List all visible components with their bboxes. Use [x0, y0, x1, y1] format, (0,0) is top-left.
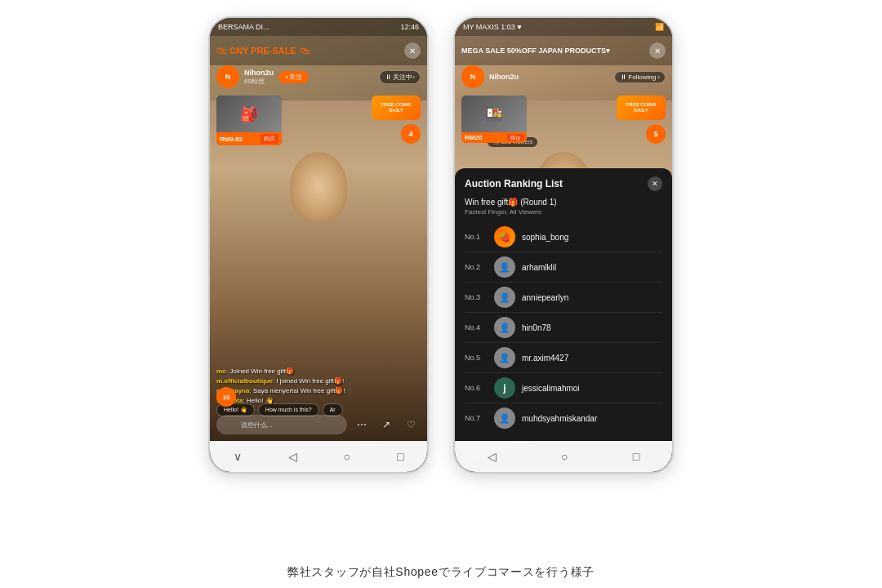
avatar-1: N — [216, 65, 239, 88]
collect-badge-2[interactable]: 5 — [646, 124, 666, 144]
free-coins-text-1: FREE COINSDAILY — [381, 102, 412, 114]
follow-button-1[interactable]: +关注 — [278, 71, 309, 83]
status-right-1: 12:46 — [400, 23, 419, 31]
top-bar-2: MEGA SALE 50%OFF JAPAN PRODUCTS▾ ✕ — [455, 36, 672, 65]
chat-input-1[interactable]: 说些什么... — [216, 415, 347, 434]
username-2: Nihon2u — [489, 73, 519, 81]
close-button-1[interactable]: ✕ — [404, 42, 421, 59]
user-info-1: Nihon2u 69粉丝 — [244, 69, 274, 86]
rank-avatar-6: j — [494, 377, 515, 399]
product-image-1: 🎒 — [216, 96, 282, 132]
panel-description: Fastest Finger, All Viewers — [465, 208, 662, 216]
rank-avatar-3: 👤 — [494, 287, 515, 308]
status-bar-2: MY MAXIS 1:03 ♥ 📶 — [455, 18, 672, 36]
user-info-2: Nihon2u — [489, 73, 519, 81]
product-price-2: RM20 Buy — [461, 132, 527, 143]
nav-home-2[interactable]: ○ — [561, 450, 568, 463]
phone1-overlay: 🛍 CNY PRE-SALE 🛍 ✕ N Nihon2u 69粉丝 +关注 — [210, 18, 427, 472]
chat-area-1: mo: Joined Win free gift🎁 m.officialbout… — [216, 368, 421, 407]
coin-count-1: 10 — [216, 387, 236, 407]
panel-close-button[interactable]: ✕ — [648, 176, 662, 191]
shopee-icon-right-1: 🛍 — [300, 45, 310, 56]
rank-label-3: No.3 — [465, 293, 488, 301]
phones-row: BERSAMA DI... 12:46 🛍 CNY PRE-S — [208, 16, 674, 555]
product-image-2: 🍱 — [461, 96, 527, 132]
rank-label-6: No.6 — [465, 384, 488, 392]
store-name-1: CNY PRE-SALE — [229, 46, 296, 56]
rank-label-5: No.5 — [465, 354, 488, 362]
panel-header: Auction Ranking List ✕ — [465, 176, 662, 191]
rank-label-1: No.1 — [465, 233, 488, 241]
store-name-2: MEGA SALE 50%OFF JAPAN PRODUCTS▾ — [461, 47, 610, 56]
ranking-item-5: No.5 👤 mr.axim4427 — [465, 343, 662, 373]
rank-label-7: No.7 — [465, 414, 488, 422]
nav-back-1[interactable]: ◁ — [288, 450, 297, 463]
rank-name-6: jessicalimahmoi — [522, 384, 580, 393]
rank-label-2: No.2 — [465, 263, 488, 271]
rank-avatar-4: 👤 — [494, 317, 515, 338]
rank-name-7: muhdsyahmiskandar — [522, 414, 597, 423]
ranking-item-4: No.4 👤 hin0n78 — [465, 313, 662, 343]
status-bar-1: BERSAMA DI... 12:46 — [210, 18, 427, 36]
free-coins-banner-2[interactable]: FREE COINSDAILY — [617, 96, 666, 120]
ranking-item-2: No.2 👤 arhamlklil — [465, 252, 662, 283]
avatar-2: N — [461, 65, 484, 88]
product-card-1: 🎒 RM9.82 购买 — [216, 96, 282, 145]
rank-name-1: sophia_bong — [522, 233, 568, 242]
nav-recent-1[interactable]: □ — [397, 450, 403, 463]
rank-avatar-7: 👤 — [494, 408, 515, 429]
nav-back-2[interactable]: ◁ — [488, 450, 497, 463]
phone2-overlay: MEGA SALE 50%OFF JAPAN PRODUCTS▾ ✕ N Nih… — [455, 18, 672, 472]
status-right-2: 📶 — [655, 23, 664, 31]
chat-msg-1: m.officialboutique: I joined Win free gi… — [216, 377, 421, 385]
product-price-1: RM9.82 购买 — [216, 132, 282, 145]
page-caption: 弊社スタッフが自社Shopeeでライブコマースを行う様子 — [287, 565, 595, 580]
rank-avatar-5: 👤 — [494, 347, 515, 368]
buy-button-2[interactable]: Buy — [507, 134, 523, 141]
rank-name-3: anniepearlyn — [522, 293, 568, 302]
user-bar-1: N Nihon2u 69粉丝 +关注 ⏸ 关注中› — [210, 65, 427, 88]
auction-ranking-panel: Auction Ranking List ✕ Win free gift🎁 (R… — [455, 168, 672, 441]
phone-2: MY MAXIS 1:03 ♥ 📶 MEGA SALE 50%OFF JAPAN… — [453, 16, 674, 474]
share-icon-1[interactable]: ↗ — [376, 415, 396, 434]
chat-msg-2: puteriayna: Saya menyertai Win free gift… — [216, 387, 421, 394]
ranking-item-7: No.7 👤 muhdsyahmiskandar — [465, 403, 662, 433]
rank-name-5: mr.axim4427 — [522, 354, 568, 363]
main-container: BERSAMA DI... 12:46 🛍 CNY PRE-S — [0, 0, 882, 588]
panel-title: Auction Ranking List — [465, 178, 563, 189]
close-button-2[interactable]: ✕ — [649, 42, 666, 59]
follower-count-1: 69粉丝 — [244, 77, 274, 86]
nav-home-1[interactable]: ○ — [344, 450, 350, 463]
ranking-item-6: No.6 j jessicalimahmoi — [465, 373, 662, 403]
panel-subtitle: Win free gift🎁 (Round 1) — [465, 198, 662, 207]
more-icon-1[interactable]: ⋯ — [352, 415, 372, 434]
rank-name-2: arhamlklil — [522, 263, 556, 272]
phone-1: BERSAMA DI... 12:46 🛍 CNY PRE-S — [208, 16, 429, 474]
rank-avatar-1: 🍓 — [494, 226, 515, 247]
status-left-1: BERSAMA DI... — [218, 23, 270, 31]
following-badge-1: ⏸ 关注中› — [379, 70, 421, 84]
nav-down-1[interactable]: ∨ — [234, 450, 242, 463]
pause-icon-2: ⏸ — [620, 74, 626, 81]
chat-msg-0: mo: Joined Win free gift🎁 — [216, 368, 421, 375]
rank-label-4: No.4 — [465, 323, 488, 332]
bottom-bar-1: 10 说些什么... ⋯ ↗ ♡ — [210, 410, 427, 439]
shopee-icon-1: 🛍 — [216, 45, 226, 56]
heart-icon-1[interactable]: ♡ — [401, 415, 421, 434]
top-bar-1: 🛍 CNY PRE-SALE 🛍 ✕ — [210, 36, 427, 65]
free-coins-text-2: FREE COINSDAILY — [626, 102, 657, 114]
collect-badge-1[interactable]: 4 — [401, 124, 421, 144]
following-badge-2[interactable]: ⏸ Following › — [614, 71, 666, 83]
ranking-item-1: No.1 🍓 sophia_bong — [465, 222, 662, 252]
pause-icon-1: ⏸ — [385, 74, 391, 81]
status-left-2: MY MAXIS 1:03 ♥ — [463, 23, 522, 31]
user-bar-2: N Nihon2u 📹 201 Viewers ⏸ Following › — [455, 65, 672, 88]
product-card-2: 🍱 RM20 Buy — [461, 96, 527, 143]
nav-bar-1: ∨ ◁ ○ □ — [210, 441, 427, 472]
rank-avatar-2: 👤 — [494, 256, 515, 278]
username-1: Nihon2u — [244, 69, 274, 77]
ranking-item-3: No.3 👤 anniepearlyn — [465, 283, 662, 313]
free-coins-banner-1[interactable]: FREE COINSDAILY — [372, 96, 421, 120]
buy-button-1[interactable]: 购买 — [261, 134, 278, 144]
nav-recent-2[interactable]: □ — [633, 450, 639, 463]
